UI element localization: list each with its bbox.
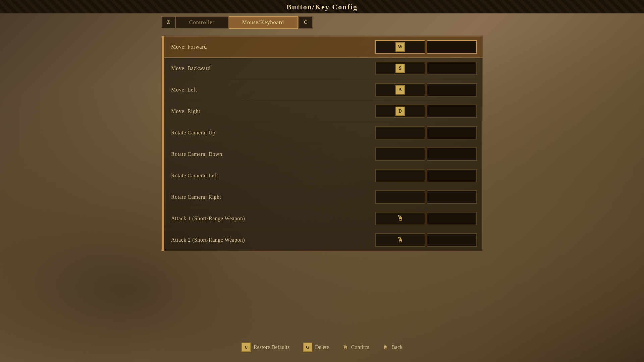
mouse-icon-attack1: 🖱	[397, 215, 404, 222]
key-slots-rotate-camera-right	[375, 190, 477, 204]
page-title: Button/Key Config	[286, 3, 358, 11]
key-slots-rotate-camera-up	[375, 126, 477, 139]
mouse-icon-attack2: 🖱	[397, 236, 404, 244]
binding-row-rotate-camera-down[interactable]: Rotate Camera: Down	[164, 143, 482, 165]
binding-label-rotate-camera-left: Rotate Camera: Left	[171, 173, 375, 179]
main-container: Z Controller Mouse/Keyboard C Move: Forw…	[161, 13, 483, 251]
secondary-slot-rotate-camera-up[interactable]	[427, 126, 477, 139]
binding-label-rotate-camera-up: Rotate Camera: Up	[171, 130, 375, 136]
key-badge-s: S	[395, 64, 405, 73]
binding-row-rotate-camera-right[interactable]: Rotate Camera: Right	[164, 186, 482, 208]
binding-row-attack1[interactable]: Attack 1 (Short-Range Weapon) 🖱	[164, 208, 482, 229]
back-mouse-icon: 🖱	[383, 344, 389, 351]
primary-slot-move-right[interactable]: D	[375, 105, 425, 118]
restore-defaults-key: U	[241, 343, 251, 352]
confirm-mouse-icon: 🖱	[342, 344, 348, 351]
primary-slot-move-backward[interactable]: S	[375, 62, 425, 75]
binding-label-rotate-camera-down: Rotate Camera: Down	[171, 151, 375, 157]
restore-defaults-label: Restore Defaults	[254, 344, 289, 350]
key-slots-move-backward: S	[375, 62, 477, 75]
key-badge-w: W	[395, 42, 405, 52]
tab-z-key[interactable]: Z	[161, 16, 176, 29]
key-slots-attack1: 🖱	[375, 212, 477, 225]
key-slots-rotate-camera-left	[375, 169, 477, 182]
secondary-slot-attack1[interactable]	[427, 212, 477, 225]
binding-row-move-left[interactable]: Move: Left A	[164, 79, 482, 101]
binding-label-move-left: Move: Left	[171, 87, 375, 93]
back-action[interactable]: 🖱 Back	[383, 344, 402, 351]
secondary-slot-rotate-camera-right[interactable]	[427, 190, 477, 204]
config-panel: Move: Forward W Move: Backward S	[161, 36, 483, 251]
binding-row-move-right[interactable]: Move: Right D	[164, 101, 482, 122]
primary-slot-rotate-camera-up[interactable]	[375, 126, 425, 139]
key-badge-a: A	[395, 85, 405, 95]
primary-slot-attack1[interactable]: 🖱	[375, 212, 425, 225]
config-rows: Move: Forward W Move: Backward S	[164, 36, 482, 251]
secondary-slot-rotate-camera-down[interactable]	[427, 147, 477, 161]
primary-slot-rotate-camera-right[interactable]	[375, 190, 425, 204]
binding-label-move-backward: Move: Backward	[171, 65, 375, 71]
primary-slot-move-forward[interactable]: W	[375, 40, 425, 54]
binding-row-move-forward[interactable]: Move: Forward W	[164, 36, 482, 58]
primary-slot-move-left[interactable]: A	[375, 83, 425, 97]
delete-label: Delete	[315, 344, 329, 350]
binding-label-attack1: Attack 1 (Short-Range Weapon)	[171, 216, 375, 222]
secondary-slot-move-forward[interactable]	[427, 40, 477, 54]
bottom-bar: U Restore Defaults G Delete 🖱 Confirm 🖱 …	[241, 343, 402, 352]
primary-slot-rotate-camera-left[interactable]	[375, 169, 425, 182]
binding-row-move-backward[interactable]: Move: Backward S	[164, 58, 482, 79]
key-slots-attack2: 🖱	[375, 233, 477, 247]
binding-row-attack2[interactable]: Attack 2 (Short-Range Weapon) 🖱	[164, 229, 482, 251]
back-label: Back	[391, 344, 402, 350]
delete-action[interactable]: G Delete	[303, 343, 329, 352]
restore-defaults-action[interactable]: U Restore Defaults	[241, 343, 289, 352]
key-slots-move-forward: W	[375, 40, 477, 54]
left-accent	[162, 36, 164, 251]
secondary-slot-move-right[interactable]	[427, 105, 477, 118]
tab-bar: Z Controller Mouse/Keyboard C	[161, 16, 483, 29]
secondary-slot-move-backward[interactable]	[427, 62, 477, 75]
key-badge-d: D	[395, 107, 405, 116]
tab-mouse-keyboard[interactable]: Mouse/Keyboard	[229, 16, 298, 29]
confirm-action[interactable]: 🖱 Confirm	[342, 344, 369, 351]
binding-row-rotate-camera-up[interactable]: Rotate Camera: Up	[164, 122, 482, 143]
delete-key: G	[303, 343, 312, 352]
secondary-slot-move-left[interactable]	[427, 83, 477, 97]
key-slots-move-left: A	[375, 83, 477, 97]
secondary-slot-rotate-camera-left[interactable]	[427, 169, 477, 182]
key-slots-rotate-camera-down	[375, 147, 477, 161]
secondary-slot-attack2[interactable]	[427, 233, 477, 247]
tab-c-key[interactable]: C	[298, 16, 313, 29]
binding-label-move-forward: Move: Forward	[171, 44, 375, 50]
tab-controller[interactable]: Controller	[176, 16, 229, 29]
confirm-label: Confirm	[351, 344, 369, 350]
binding-label-rotate-camera-right: Rotate Camera: Right	[171, 194, 375, 200]
binding-label-attack2: Attack 2 (Short-Range Weapon)	[171, 237, 375, 243]
primary-slot-rotate-camera-down[interactable]	[375, 147, 425, 161]
binding-row-rotate-camera-left[interactable]: Rotate Camera: Left	[164, 165, 482, 186]
primary-slot-attack2[interactable]: 🖱	[375, 233, 425, 247]
key-slots-move-right: D	[375, 105, 477, 118]
binding-label-move-right: Move: Right	[171, 108, 375, 114]
